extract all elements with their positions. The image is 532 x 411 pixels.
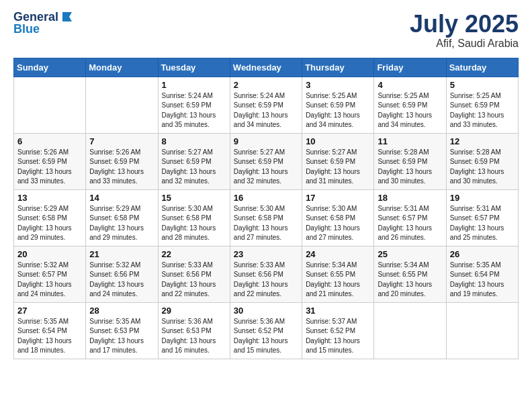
sunrise-label: Sunrise: 5:34 AM [306, 261, 357, 269]
sunset-label: Sunset: 6:59 PM [234, 158, 283, 165]
calendar-cell: 24Sunrise: 5:34 AMSunset: 6:55 PMDayligh… [302, 246, 374, 302]
daylight-label: Daylight: 13 hours and 30 minutes. [450, 168, 504, 185]
sunrise-label: Sunrise: 5:33 AM [162, 261, 213, 269]
sunset-label: Sunset: 6:57 PM [450, 214, 500, 222]
sunset-label: Sunset: 6:53 PM [89, 327, 139, 334]
day-info: Sunrise: 5:33 AMSunset: 6:56 PMDaylight:… [162, 261, 226, 300]
sunrise-label: Sunrise: 5:25 AM [306, 92, 357, 99]
sunrise-label: Sunrise: 5:24 AM [162, 92, 213, 99]
calendar-cell: 9Sunrise: 5:27 AMSunset: 6:59 PMDaylight… [230, 133, 302, 189]
sunrise-label: Sunrise: 5:35 AM [450, 261, 501, 269]
page-title: July 2025 [410, 11, 519, 38]
calendar-cell: 2Sunrise: 5:24 AMSunset: 6:59 PMDaylight… [230, 77, 302, 133]
day-number: 20 [17, 249, 82, 259]
sunset-label: Sunset: 6:59 PM [450, 101, 500, 109]
sunrise-label: Sunrise: 5:25 AM [378, 92, 429, 99]
calendar-cell: 7Sunrise: 5:26 AMSunset: 6:59 PMDaylight… [86, 133, 158, 189]
daylight-label: Daylight: 13 hours and 32 minutes. [234, 168, 288, 185]
calendar-cell [14, 77, 86, 133]
daylight-label: Daylight: 13 hours and 22 minutes. [162, 281, 216, 298]
sunset-label: Sunset: 6:59 PM [17, 158, 67, 165]
calendar-cell: 3Sunrise: 5:25 AMSunset: 6:59 PMDaylight… [302, 77, 374, 133]
sunrise-label: Sunrise: 5:37 AM [306, 318, 357, 325]
calendar-cell: 10Sunrise: 5:27 AMSunset: 6:59 PMDayligh… [302, 133, 374, 189]
sunset-label: Sunset: 6:59 PM [306, 158, 355, 165]
sunset-label: Sunset: 6:56 PM [234, 271, 283, 278]
sunrise-label: Sunrise: 5:30 AM [162, 205, 213, 212]
day-number: 6 [17, 136, 82, 146]
day-number: 24 [306, 249, 370, 259]
day-number: 12 [450, 136, 515, 146]
day-number: 14 [89, 193, 154, 203]
day-info: Sunrise: 5:30 AMSunset: 6:58 PMDaylight:… [234, 204, 298, 243]
sunrise-label: Sunrise: 5:35 AM [89, 318, 140, 325]
day-info: Sunrise: 5:24 AMSunset: 6:59 PMDaylight:… [162, 91, 226, 130]
sunrise-label: Sunrise: 5:26 AM [89, 148, 140, 156]
daylight-label: Daylight: 13 hours and 15 minutes. [234, 337, 288, 355]
weekday-header-thursday: Thursday [302, 58, 374, 77]
day-info: Sunrise: 5:26 AMSunset: 6:59 PMDaylight:… [89, 148, 154, 187]
sunset-label: Sunset: 6:55 PM [378, 271, 427, 278]
sunset-label: Sunset: 6:58 PM [89, 214, 139, 222]
day-number: 28 [89, 306, 154, 316]
day-number: 2 [234, 80, 298, 90]
calendar-cell: 19Sunrise: 5:31 AMSunset: 6:57 PMDayligh… [446, 189, 518, 246]
day-number: 9 [234, 136, 298, 146]
weekday-header-tuesday: Tuesday [158, 58, 230, 77]
calendar-cell [86, 77, 158, 133]
calendar-cell: 23Sunrise: 5:33 AMSunset: 6:56 PMDayligh… [230, 246, 302, 302]
sunrise-label: Sunrise: 5:24 AM [234, 92, 285, 99]
sunrise-label: Sunrise: 5:32 AM [17, 261, 69, 269]
daylight-label: Daylight: 13 hours and 34 minutes. [234, 111, 288, 129]
day-number: 13 [17, 193, 82, 203]
sunrise-label: Sunrise: 5:25 AM [450, 92, 501, 99]
day-number: 18 [378, 193, 442, 203]
day-info: Sunrise: 5:35 AMSunset: 6:54 PMDaylight:… [17, 317, 82, 356]
daylight-label: Daylight: 13 hours and 25 minutes. [450, 224, 504, 242]
daylight-label: Daylight: 13 hours and 30 minutes. [378, 168, 432, 185]
day-info: Sunrise: 5:32 AMSunset: 6:57 PMDaylight:… [17, 261, 82, 300]
sunrise-label: Sunrise: 5:31 AM [450, 205, 501, 212]
sunrise-label: Sunrise: 5:32 AM [89, 261, 140, 269]
daylight-label: Daylight: 13 hours and 24 minutes. [89, 281, 144, 298]
day-info: Sunrise: 5:28 AMSunset: 6:59 PMDaylight:… [378, 148, 442, 187]
calendar-cell: 5Sunrise: 5:25 AMSunset: 6:59 PMDaylight… [446, 77, 518, 133]
day-number: 4 [378, 80, 442, 90]
sunset-label: Sunset: 6:56 PM [162, 271, 212, 278]
day-info: Sunrise: 5:31 AMSunset: 6:57 PMDaylight:… [450, 204, 515, 243]
day-info: Sunrise: 5:25 AMSunset: 6:59 PMDaylight:… [306, 91, 370, 130]
logo-text-blue: Blue [13, 23, 40, 36]
daylight-label: Daylight: 13 hours and 31 minutes. [306, 168, 360, 185]
day-info: Sunrise: 5:28 AMSunset: 6:59 PMDaylight:… [450, 148, 515, 187]
calendar-cell: 12Sunrise: 5:28 AMSunset: 6:59 PMDayligh… [446, 133, 518, 189]
weekday-header-sunday: Sunday [14, 58, 86, 77]
logo-flag-icon [60, 9, 75, 24]
header: General Blue July 2025 Afif, Saudi Arabi… [13, 11, 519, 50]
daylight-label: Daylight: 13 hours and 33 minutes. [89, 168, 144, 185]
calendar-cell: 17Sunrise: 5:30 AMSunset: 6:58 PMDayligh… [302, 189, 374, 246]
day-number: 30 [234, 306, 298, 316]
daylight-label: Daylight: 13 hours and 33 minutes. [17, 168, 72, 185]
day-info: Sunrise: 5:27 AMSunset: 6:59 PMDaylight:… [306, 148, 370, 187]
sunset-label: Sunset: 6:54 PM [17, 327, 67, 334]
calendar-cell: 22Sunrise: 5:33 AMSunset: 6:56 PMDayligh… [158, 246, 230, 302]
day-info: Sunrise: 5:33 AMSunset: 6:56 PMDaylight:… [234, 261, 298, 300]
day-info: Sunrise: 5:36 AMSunset: 6:53 PMDaylight:… [162, 317, 226, 356]
day-number: 21 [89, 249, 154, 259]
calendar-cell: 14Sunrise: 5:29 AMSunset: 6:58 PMDayligh… [86, 189, 158, 246]
calendar-table: SundayMondayTuesdayWednesdayThursdayFrid… [13, 58, 519, 359]
sunset-label: Sunset: 6:53 PM [162, 327, 212, 334]
calendar-week-row: 27Sunrise: 5:35 AMSunset: 6:54 PMDayligh… [14, 302, 519, 359]
day-info: Sunrise: 5:37 AMSunset: 6:52 PMDaylight:… [306, 317, 370, 356]
calendar-cell: 1Sunrise: 5:24 AMSunset: 6:59 PMDaylight… [158, 77, 230, 133]
sunrise-label: Sunrise: 5:28 AM [450, 148, 501, 156]
day-number: 27 [17, 306, 82, 316]
day-number: 22 [162, 249, 226, 259]
day-info: Sunrise: 5:26 AMSunset: 6:59 PMDaylight:… [17, 148, 82, 187]
sunrise-label: Sunrise: 5:27 AM [162, 148, 213, 156]
daylight-label: Daylight: 13 hours and 32 minutes. [162, 168, 216, 185]
sunrise-label: Sunrise: 5:27 AM [306, 148, 357, 156]
daylight-label: Daylight: 13 hours and 28 minutes. [162, 224, 216, 242]
sunrise-label: Sunrise: 5:35 AM [17, 318, 69, 325]
daylight-label: Daylight: 13 hours and 34 minutes. [378, 111, 432, 129]
